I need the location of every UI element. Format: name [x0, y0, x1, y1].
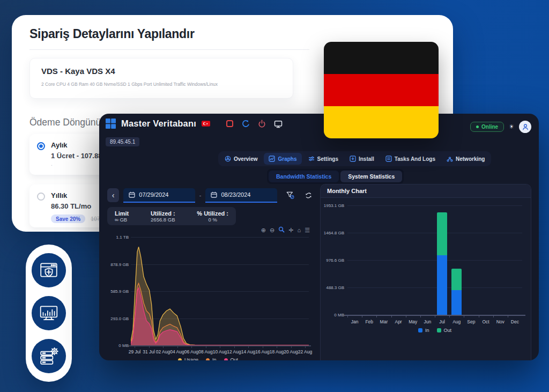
home-icon[interactable]: ⌂ — [297, 227, 301, 233]
x-tick-label: 04 Aug — [170, 349, 184, 354]
tab-overview[interactable]: Overview — [220, 153, 262, 165]
x-tick — [234, 346, 235, 348]
subtab-bandwidth-statistics[interactable]: Bandwidth Statistics — [269, 171, 339, 182]
menu-icon[interactable]: ☰ — [305, 227, 310, 233]
tab-networking[interactable]: Networking — [442, 153, 489, 165]
gridline — [347, 287, 522, 288]
x-tick — [248, 346, 249, 348]
monthly-chart-title: Monthly Chart — [327, 188, 367, 194]
area-chart-legend: UsageInOut — [107, 357, 309, 360]
y-tick-label: 878.9 GB — [107, 262, 129, 267]
divider — [29, 49, 309, 50]
legend-dot — [206, 358, 210, 361]
page-title: Sipariş Detaylarını Yapılandır — [29, 27, 195, 41]
x-tick-label: 22 Aug — [298, 349, 312, 354]
power-icon[interactable] — [258, 120, 266, 128]
x-tick-label: Aug — [452, 319, 461, 324]
stop-icon[interactable] — [226, 120, 233, 127]
x-tick-label: 06 Aug — [184, 349, 198, 354]
server-panel: Master Veritabanı — [99, 114, 539, 360]
legend-label: In — [212, 357, 217, 360]
tab-install[interactable]: Install — [345, 153, 379, 165]
stat-label: Utilized : — [151, 210, 175, 217]
y-tick-label: 1953.1 GB — [321, 203, 344, 208]
stat-utilized-: Utilized :2656.8 GB — [151, 210, 175, 223]
legend-item-usage: Usage — [178, 357, 198, 360]
legend-dot — [224, 358, 228, 361]
x-tick — [163, 346, 164, 348]
zoom-out-icon[interactable]: ⊖ — [270, 227, 274, 233]
x-tick — [479, 316, 479, 317]
user-avatar[interactable] — [519, 121, 531, 133]
tab-settings[interactable]: Settings — [303, 153, 343, 165]
pan-icon[interactable]: ✛ — [288, 227, 293, 233]
x-tick-label: 29 Jul — [129, 349, 141, 354]
x-tick-label: 14 Aug — [241, 349, 255, 354]
flag-stripe-gold — [324, 106, 439, 138]
radio-unselected-icon[interactable] — [37, 193, 45, 201]
product-card[interactable]: VDS - Kaya VDS X4 2 Core CPU 4 GB Ram 40… — [29, 58, 293, 99]
bandwidth-section: ‹ 07/29/2024 - — [107, 188, 312, 358]
zoom-in-icon[interactable]: ⊕ — [261, 227, 266, 233]
server-gear-icon — [32, 339, 66, 373]
x-tick — [376, 316, 377, 317]
y-tick-label: 585.9 GB — [107, 289, 129, 294]
end-date-input[interactable]: 08/23/2024 — [205, 188, 277, 203]
date-separator: - — [199, 192, 202, 198]
product-name: VDS - Kaya VDS X4 — [41, 66, 281, 76]
install-icon — [350, 156, 356, 162]
x-tick-label: 02 Aug — [156, 349, 170, 354]
refresh-icon[interactable] — [305, 191, 312, 199]
x-tick — [464, 316, 464, 317]
restart-icon[interactable] — [241, 120, 250, 128]
tab-label: Networking — [456, 156, 485, 162]
tab-label: Overview — [234, 156, 257, 162]
x-tick — [135, 346, 135, 348]
gridline — [347, 205, 522, 206]
product-specs: 2 Core CPU 4 GB Ram 40 GB Nvme/SSD 1 Gbp… — [41, 82, 281, 87]
bandwidth-area-chart: 1.1 TB878.9 GB585.9 GB293.0 GB0 MB29 Jul… — [107, 234, 312, 360]
x-tick — [347, 316, 348, 317]
chart-toolbar: ⊕⊖✛⌂☰ — [261, 226, 310, 234]
graphs-icon — [269, 156, 275, 162]
x-tick-label: 20 Aug — [284, 349, 298, 354]
x-tick — [493, 316, 494, 317]
x-tick — [206, 346, 206, 348]
usage-stats-card: Limit∞ GBUtilized :2656.8 GB% Utilized :… — [107, 207, 236, 225]
secure-browser-icon — [32, 253, 66, 287]
monthly-bar-chart: 1953.1 GB1464.8 GB976.6 GB488.3 GB0 MBJa… — [321, 198, 531, 360]
zoom-select-icon[interactable] — [278, 226, 285, 234]
back-button[interactable]: ‹ — [107, 188, 119, 202]
server-ip-badge: 89.45.45.1 — [106, 137, 139, 146]
tab-graphs[interactable]: Graphs — [264, 153, 301, 165]
legend-swatch — [437, 328, 441, 332]
subtab-system-statistics[interactable]: System Statistics — [340, 171, 402, 182]
billing-cycle-label: Ödeme Döngünüz — [29, 117, 106, 128]
x-tick-label: Nov — [496, 319, 505, 324]
x-tick — [291, 346, 292, 348]
settings-icon — [308, 156, 315, 162]
x-tick — [508, 316, 508, 317]
theme-toggle-sun-icon[interactable]: ☀ — [509, 123, 514, 130]
legend-item-out: Out — [437, 328, 452, 333]
x-tick — [149, 346, 150, 348]
legend-dot — [178, 358, 182, 361]
x-tick — [263, 346, 263, 348]
calendar-icon — [211, 191, 217, 198]
filter-off-icon[interactable] — [286, 190, 294, 200]
x-tick-label: Sep — [467, 319, 475, 324]
flag-stripe-red — [324, 74, 439, 106]
windows-logo-icon — [106, 119, 116, 129]
console-monitor-icon[interactable] — [274, 120, 283, 128]
calendar-icon — [129, 191, 135, 198]
panel-tabs: OverviewGraphsSettingsInstallTasks And L… — [218, 151, 491, 166]
x-tick-label: Apr — [395, 319, 402, 324]
x-tick — [435, 316, 435, 317]
tab-tasks-and-logs[interactable]: Tasks And Logs — [381, 153, 440, 165]
y-tick-label: 293.0 GB — [107, 316, 129, 321]
gridline — [347, 233, 522, 233]
y-tick-label: 1.1 TB — [107, 235, 129, 240]
legend-label: Out — [231, 357, 239, 360]
radio-selected-icon[interactable] — [37, 142, 45, 150]
start-date-input[interactable]: 07/29/2024 — [123, 188, 195, 203]
